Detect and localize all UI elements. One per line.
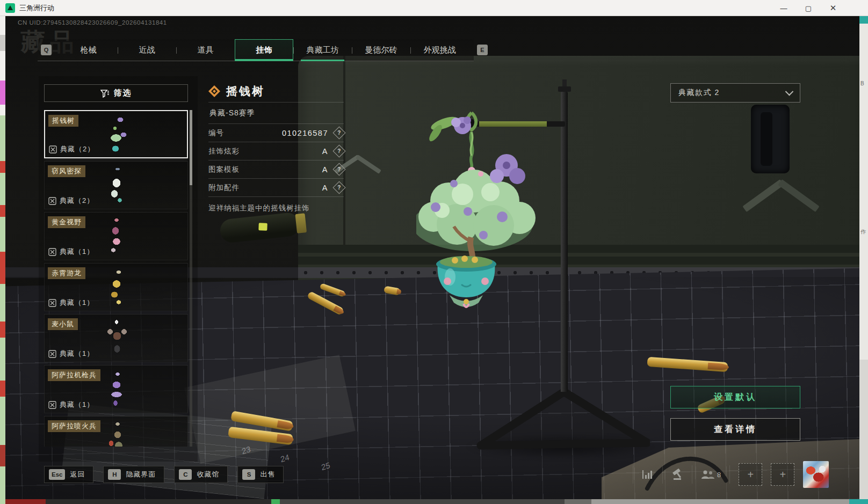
item-description: 迎祥纳福主题中的摇钱树挂饰 (208, 197, 344, 213)
next-tab-key-hint: E (477, 45, 488, 55)
scrollbar-thumb[interactable] (190, 110, 192, 185)
window-controls: — ▢ ✕ (771, 0, 845, 16)
set-default-button[interactable]: 设置默认 (670, 386, 800, 408)
background-window-strip-left (0, 16, 5, 504)
sell-button[interactable]: S 出售 (237, 466, 284, 483)
pendant-thumbnail (96, 318, 137, 361)
plus-icon: + (747, 469, 754, 481)
item-name: 窃风密探 (48, 165, 85, 177)
c-key-badge: C (179, 469, 192, 480)
item-collection-badge: 典藏（1） (48, 298, 94, 308)
list-item[interactable]: 阿萨拉喷火兵 (44, 416, 188, 447)
view-details-button[interactable]: 查看详情 (670, 418, 800, 441)
pendant-thumbnail (96, 420, 137, 447)
filter-button[interactable]: 筛选 (44, 84, 188, 102)
window-titlebar: 三角洲行动 — ▢ ✕ (0, 0, 868, 16)
plus-icon: + (779, 469, 786, 481)
tab-pendants[interactable]: 挂饰 (235, 39, 293, 61)
tab-mandel-brick[interactable]: 曼德尔砖 (352, 39, 410, 61)
window-fragment-text: 作 (860, 228, 866, 236)
row-label: 图案模板 (208, 165, 240, 174)
help-icon[interactable]: ? (332, 163, 345, 176)
tab-items[interactable]: 道具 (176, 39, 235, 61)
detail-header: 摇钱树 (208, 81, 344, 102)
list-item[interactable]: 窃风密探 典藏（2） (44, 161, 188, 209)
tab-guns[interactable]: 枪械 (59, 39, 118, 61)
detail-row: 挂饰炫彩 A ? (208, 142, 344, 160)
maximize-button[interactable]: ▢ (796, 0, 821, 16)
pendant-thumbnail (96, 267, 137, 310)
help-icon[interactable]: ? (332, 126, 345, 139)
pendant-thumbnail (96, 216, 137, 259)
hammer-icon (671, 469, 683, 480)
collection-icon (48, 299, 56, 307)
pendant-thumbnail (97, 114, 138, 157)
list-item[interactable]: 赤霄游龙 典藏（1） (44, 263, 188, 311)
detail-row: 编号 010216587 ? (208, 124, 344, 142)
pendant-thumbnail (96, 369, 137, 412)
s-key-badge: S (242, 469, 255, 480)
item-collection-badge: 典藏（1） (48, 247, 94, 257)
pendant-thumbnail (96, 165, 137, 208)
app-logo-icon (5, 3, 15, 13)
hide-ui-button[interactable]: H 隐藏界面 (103, 466, 164, 483)
collection-hall-button[interactable]: C 收藏馆 (174, 466, 228, 483)
h-key-badge: H (108, 469, 121, 480)
list-item[interactable]: 摇钱树 典藏（2） (44, 110, 188, 158)
pendant-list: 摇钱树 典藏（2） 窃风密探 典藏（2） (44, 110, 188, 447)
item-name: 黄金视野 (48, 216, 85, 228)
item-collection-badge: 典藏（2） (48, 196, 94, 206)
stats-button[interactable] (642, 469, 654, 480)
list-scrollbar[interactable] (190, 110, 192, 447)
filter-icon (100, 89, 109, 98)
team-button[interactable]: 8 (701, 470, 721, 479)
list-item[interactable]: 黄金视野 典藏（1） (44, 212, 188, 260)
category-tabs: 枪械 近战 道具 挂饰 典藏工坊 曼德尔砖 外观挑战 (59, 39, 469, 61)
empty-slot-button[interactable]: + (771, 463, 794, 486)
filter-label: 筛选 (114, 88, 132, 98)
help-icon[interactable]: ? (332, 181, 345, 194)
row-value: A (322, 184, 328, 192)
row-label: 编号 (208, 128, 224, 138)
artwork-thumbnail[interactable] (803, 461, 829, 488)
item-collection-badge: 典藏（1） (48, 349, 94, 359)
item-name: 摇钱树 (48, 115, 78, 127)
window-title: 三角洲行动 (19, 3, 54, 13)
item-collection-badge: 典藏（1） (48, 400, 94, 410)
list-item[interactable]: 阿萨拉机枪兵 典藏（1） (44, 365, 188, 413)
item-season: 典藏-S8赛季 (208, 103, 344, 123)
tab-appearance-challenge[interactable]: 外观挑战 (410, 39, 469, 61)
collection-icon (48, 197, 56, 205)
row-value: A (322, 165, 328, 174)
tab-collection-workshop[interactable]: 典藏工坊 (293, 39, 352, 61)
close-button[interactable]: ✕ (821, 0, 845, 16)
online-count: 8 (717, 471, 721, 479)
row-label: 挂饰炫彩 (208, 147, 240, 156)
hotkey-bar: Esc 返回 H 隐藏界面 C 收藏馆 S 出售 (44, 466, 284, 483)
list-item[interactable]: 麦小鼠 典藏（1） (44, 314, 188, 362)
item-detail-panel: 摇钱树 典藏-S8赛季 编号 010216587 ? 挂饰炫彩 A ? 图案模板… (208, 81, 344, 213)
row-value: 010216587 (282, 129, 328, 137)
help-icon[interactable]: ? (332, 144, 345, 157)
tab-melee[interactable]: 近战 (118, 39, 176, 61)
item-name: 赤霄游龙 (48, 267, 85, 279)
divider (692, 465, 692, 484)
detail-row: 图案模板 A ? (208, 160, 344, 179)
minimize-button[interactable]: — (771, 0, 796, 16)
status-icon-bar: 8 + + (633, 461, 829, 488)
background-taskbar-strip (5, 499, 868, 504)
row-value: A (322, 147, 328, 156)
style-select[interactable]: 典藏款式 2 (670, 83, 800, 103)
item-name: 阿萨拉喷火兵 (48, 420, 100, 432)
background-window-strip-right: B 作 目 (859, 16, 868, 499)
screen: 藏品 23 24 25 (0, 0, 868, 504)
empty-slot-button[interactable]: + (739, 463, 762, 486)
row-label: 附加配件 (208, 183, 240, 193)
divider (662, 465, 663, 484)
collection-icon (48, 248, 56, 256)
pendant-rarity-icon (208, 85, 220, 97)
item-title: 摇钱树 (226, 84, 265, 99)
back-button[interactable]: Esc 返回 (44, 466, 93, 483)
auction-button[interactable] (671, 469, 683, 480)
prev-tab-key-hint: Q (41, 45, 52, 55)
